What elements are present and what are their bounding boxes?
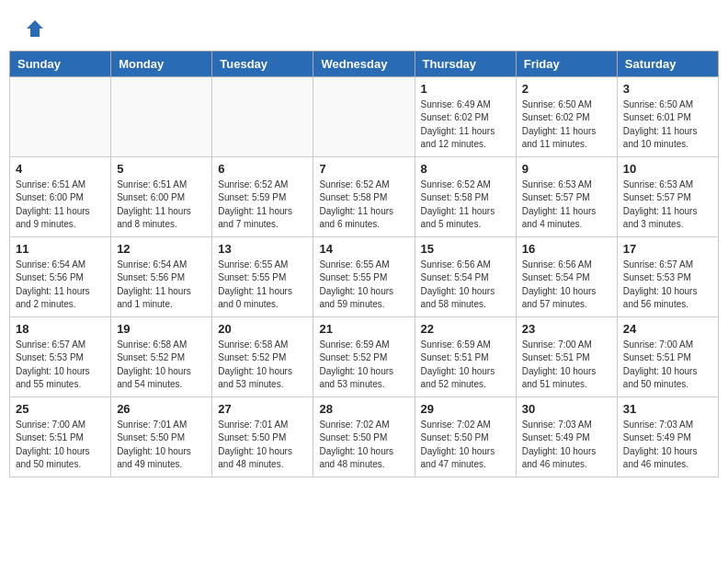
day-number: 24: [623, 322, 712, 336]
weekday-header-tuesday: Tuesday: [212, 51, 313, 76]
logo: [23, 18, 45, 41]
calendar-cell: 11Sunrise: 6:54 AM Sunset: 5:56 PM Dayli…: [10, 236, 111, 316]
day-number: 31: [623, 402, 712, 416]
day-info: Sunrise: 6:52 AM Sunset: 5:58 PM Dayligh…: [319, 178, 408, 232]
day-number: 19: [117, 322, 206, 336]
day-number: 7: [319, 162, 408, 176]
day-info: Sunrise: 7:01 AM Sunset: 5:50 PM Dayligh…: [117, 419, 206, 472]
calendar-cell: 2Sunrise: 6:50 AM Sunset: 6:02 PM Daylig…: [516, 76, 617, 156]
day-info: Sunrise: 6:50 AM Sunset: 6:01 PM Dayligh…: [623, 98, 712, 152]
day-number: 5: [117, 162, 206, 176]
weekday-header-sunday: Sunday: [10, 51, 111, 76]
page-header: [9, 9, 719, 46]
calendar-cell: 17Sunrise: 6:57 AM Sunset: 5:53 PM Dayli…: [617, 236, 718, 316]
calendar-cell: 28Sunrise: 7:02 AM Sunset: 5:50 PM Dayli…: [313, 396, 415, 477]
day-info: Sunrise: 6:58 AM Sunset: 5:52 PM Dayligh…: [218, 339, 307, 392]
calendar-cell: 1Sunrise: 6:49 AM Sunset: 6:02 PM Daylig…: [415, 76, 516, 156]
calendar-cell: 19Sunrise: 6:58 AM Sunset: 5:52 PM Dayli…: [111, 316, 212, 396]
week-row-3: 11Sunrise: 6:54 AM Sunset: 5:56 PM Dayli…: [10, 236, 719, 316]
calendar-cell: 29Sunrise: 7:02 AM Sunset: 5:50 PM Dayli…: [415, 396, 516, 477]
day-number: 27: [218, 402, 307, 416]
calendar-cell: 9Sunrise: 6:53 AM Sunset: 5:57 PM Daylig…: [516, 156, 617, 236]
day-number: 3: [623, 82, 712, 96]
day-info: Sunrise: 6:52 AM Sunset: 5:58 PM Dayligh…: [421, 178, 510, 232]
calendar-cell: 25Sunrise: 7:00 AM Sunset: 5:51 PM Dayli…: [10, 396, 111, 477]
day-number: 30: [522, 402, 611, 416]
day-info: Sunrise: 7:00 AM Sunset: 5:51 PM Dayligh…: [16, 419, 105, 472]
day-info: Sunrise: 6:57 AM Sunset: 5:53 PM Dayligh…: [16, 339, 105, 392]
day-info: Sunrise: 6:52 AM Sunset: 5:59 PM Dayligh…: [218, 178, 307, 232]
weekday-header-monday: Monday: [111, 51, 212, 76]
calendar-cell: 22Sunrise: 6:59 AM Sunset: 5:51 PM Dayli…: [415, 316, 516, 396]
calendar-cell: 10Sunrise: 6:53 AM Sunset: 5:57 PM Dayli…: [617, 156, 718, 236]
weekday-header-friday: Friday: [516, 51, 617, 76]
day-info: Sunrise: 6:56 AM Sunset: 5:54 PM Dayligh…: [522, 259, 611, 312]
day-info: Sunrise: 6:50 AM Sunset: 6:02 PM Dayligh…: [522, 98, 611, 152]
week-row-1: 1Sunrise: 6:49 AM Sunset: 6:02 PM Daylig…: [10, 76, 719, 156]
day-info: Sunrise: 6:59 AM Sunset: 5:52 PM Dayligh…: [319, 339, 408, 392]
day-number: 17: [623, 242, 712, 256]
day-number: 8: [421, 162, 510, 176]
calendar-cell: 18Sunrise: 6:57 AM Sunset: 5:53 PM Dayli…: [10, 316, 111, 396]
day-number: 18: [16, 322, 105, 336]
week-row-5: 25Sunrise: 7:00 AM Sunset: 5:51 PM Dayli…: [10, 396, 719, 477]
day-number: 22: [421, 322, 510, 336]
day-number: 15: [421, 242, 510, 256]
calendar-cell: 6Sunrise: 6:52 AM Sunset: 5:59 PM Daylig…: [212, 156, 313, 236]
day-info: Sunrise: 7:02 AM Sunset: 5:50 PM Dayligh…: [319, 419, 408, 472]
calendar-cell: 15Sunrise: 6:56 AM Sunset: 5:54 PM Dayli…: [415, 236, 516, 316]
day-info: Sunrise: 7:00 AM Sunset: 5:51 PM Dayligh…: [522, 339, 611, 392]
day-info: Sunrise: 6:49 AM Sunset: 6:02 PM Dayligh…: [421, 98, 510, 152]
calendar-table: SundayMondayTuesdayWednesdayThursdayFrid…: [9, 51, 719, 477]
day-info: Sunrise: 7:03 AM Sunset: 5:49 PM Dayligh…: [522, 419, 611, 472]
day-number: 9: [522, 162, 611, 176]
day-info: Sunrise: 6:59 AM Sunset: 5:51 PM Dayligh…: [421, 339, 510, 392]
day-number: 6: [218, 162, 307, 176]
day-info: Sunrise: 6:53 AM Sunset: 5:57 PM Dayligh…: [623, 178, 712, 232]
calendar-cell: 8Sunrise: 6:52 AM Sunset: 5:58 PM Daylig…: [415, 156, 516, 236]
day-number: 13: [218, 242, 307, 256]
day-number: 4: [16, 162, 105, 176]
day-info: Sunrise: 6:56 AM Sunset: 5:54 PM Dayligh…: [421, 259, 510, 312]
day-info: Sunrise: 6:54 AM Sunset: 5:56 PM Dayligh…: [117, 259, 206, 312]
day-info: Sunrise: 6:58 AM Sunset: 5:52 PM Dayligh…: [117, 339, 206, 392]
day-info: Sunrise: 6:54 AM Sunset: 5:56 PM Dayligh…: [16, 259, 105, 312]
calendar-cell: 31Sunrise: 7:03 AM Sunset: 5:49 PM Dayli…: [617, 396, 718, 477]
weekday-header-thursday: Thursday: [415, 51, 516, 76]
day-number: 1: [421, 82, 510, 96]
week-row-2: 4Sunrise: 6:51 AM Sunset: 6:00 PM Daylig…: [10, 156, 719, 236]
calendar-cell: 16Sunrise: 6:56 AM Sunset: 5:54 PM Dayli…: [516, 236, 617, 316]
svg-marker-0: [27, 20, 43, 37]
day-info: Sunrise: 6:55 AM Sunset: 5:55 PM Dayligh…: [319, 259, 408, 312]
day-number: 16: [522, 242, 611, 256]
weekday-header-row: SundayMondayTuesdayWednesdayThursdayFrid…: [10, 51, 719, 76]
day-number: 12: [117, 242, 206, 256]
day-number: 21: [319, 322, 408, 336]
calendar-cell: 12Sunrise: 6:54 AM Sunset: 5:56 PM Dayli…: [111, 236, 212, 316]
day-info: Sunrise: 6:55 AM Sunset: 5:55 PM Dayligh…: [218, 259, 307, 312]
day-info: Sunrise: 7:01 AM Sunset: 5:50 PM Dayligh…: [218, 419, 307, 472]
day-number: 20: [218, 322, 307, 336]
day-number: 26: [117, 402, 206, 416]
day-number: 10: [623, 162, 712, 176]
logo-icon-shape: [25, 18, 45, 43]
calendar-cell: 26Sunrise: 7:01 AM Sunset: 5:50 PM Dayli…: [111, 396, 212, 477]
calendar-cell: 21Sunrise: 6:59 AM Sunset: 5:52 PM Dayli…: [313, 316, 415, 396]
day-info: Sunrise: 7:00 AM Sunset: 5:51 PM Dayligh…: [623, 339, 712, 392]
day-info: Sunrise: 6:53 AM Sunset: 5:57 PM Dayligh…: [522, 178, 611, 232]
weekday-header-saturday: Saturday: [617, 51, 718, 76]
calendar-cell: 30Sunrise: 7:03 AM Sunset: 5:49 PM Dayli…: [516, 396, 617, 477]
calendar-cell: 7Sunrise: 6:52 AM Sunset: 5:58 PM Daylig…: [313, 156, 415, 236]
day-info: Sunrise: 6:57 AM Sunset: 5:53 PM Dayligh…: [623, 259, 712, 312]
day-info: Sunrise: 7:02 AM Sunset: 5:50 PM Dayligh…: [421, 419, 510, 472]
calendar-cell: 5Sunrise: 6:51 AM Sunset: 6:00 PM Daylig…: [111, 156, 212, 236]
day-info: Sunrise: 7:03 AM Sunset: 5:49 PM Dayligh…: [623, 419, 712, 472]
calendar-cell: 13Sunrise: 6:55 AM Sunset: 5:55 PM Dayli…: [212, 236, 313, 316]
day-number: 2: [522, 82, 611, 96]
day-number: 29: [421, 402, 510, 416]
calendar-cell: 20Sunrise: 6:58 AM Sunset: 5:52 PM Dayli…: [212, 316, 313, 396]
day-number: 14: [319, 242, 408, 256]
weekday-header-wednesday: Wednesday: [313, 51, 415, 76]
day-info: Sunrise: 6:51 AM Sunset: 6:00 PM Dayligh…: [117, 178, 206, 232]
calendar-cell: 23Sunrise: 7:00 AM Sunset: 5:51 PM Dayli…: [516, 316, 617, 396]
